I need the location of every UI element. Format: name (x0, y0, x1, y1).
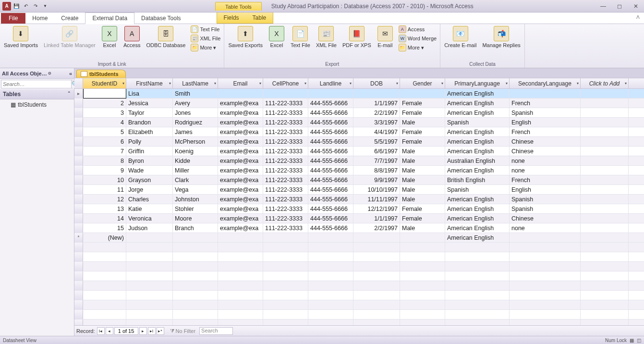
collapse-ribbon-icon[interactable]: ᐱ (634, 14, 641, 20)
cell-secondarylanguage[interactable]: French (510, 175, 581, 184)
nav-first-button[interactable]: I◂ (97, 327, 105, 335)
linked-table-manager-button[interactable]: 🔗Linked Table Manager (42, 25, 97, 49)
cell-primarylanguage[interactable]: American English (445, 108, 510, 117)
cell-firstname[interactable]: Katie (126, 204, 173, 213)
cell-cellphone[interactable]: 111-222-3333 (263, 166, 308, 175)
cell-add[interactable] (581, 185, 629, 194)
cell-secondarylanguage[interactable]: English (510, 118, 581, 127)
cell-landline[interactable]: 444-555-6666 (308, 195, 353, 204)
row-selector[interactable] (74, 166, 83, 175)
cell-primarylanguage[interactable]: American English (445, 233, 510, 242)
cell-email[interactable]: example@exa (218, 137, 263, 146)
table-row[interactable]: 15 Judson Branch example@exa 111-222-333… (74, 223, 644, 233)
cell-email[interactable]: example@exa (218, 175, 263, 184)
cell-firstname[interactable]: Taylor (126, 108, 173, 117)
cell-gender[interactable]: Male (400, 185, 445, 194)
cell-email[interactable]: example@exa (218, 166, 263, 175)
cell-dob[interactable]: 2/2/1997 (353, 223, 400, 233)
cell-lastname[interactable]: Rodriguez (173, 118, 218, 127)
cell-primarylanguage[interactable]: American English (445, 147, 510, 156)
column-header-secondarylanguage[interactable]: SecondaryLanguage▾ (510, 78, 581, 88)
minimize-button[interactable]: — (595, 1, 611, 11)
cell-secondarylanguage[interactable]: English (510, 185, 581, 194)
cell-primarylanguage[interactable]: Australian English (445, 156, 510, 165)
cell-gender[interactable]: Female (400, 214, 445, 223)
nav-group-tables[interactable]: Tables ⌃ (0, 89, 74, 99)
cell-cellphone[interactable]: 111-222-3333 (263, 98, 308, 108)
cell-landline[interactable]: 444-555-6666 (308, 166, 353, 175)
cell-firstname[interactable]: Griffin (126, 147, 173, 156)
cell-primarylanguage[interactable]: American English (445, 127, 510, 136)
cell-email[interactable]: example@exa (218, 147, 263, 156)
cell-add[interactable] (581, 214, 629, 223)
cell-lastname[interactable]: Avery (173, 98, 218, 108)
nav-header[interactable]: All Access Obje… ⊙ « (0, 68, 74, 79)
cell-email[interactable]: example@exa (218, 204, 263, 213)
row-selector[interactable] (74, 98, 83, 108)
cell-email[interactable]: example@exa (218, 108, 263, 117)
cell-landline[interactable]: 444-555-6666 (308, 127, 353, 136)
cell-lastname[interactable]: James (173, 127, 218, 136)
row-selector[interactable] (74, 108, 83, 117)
save-icon[interactable]: 💾 (12, 2, 21, 11)
cell-firstname[interactable]: Wade (126, 166, 173, 175)
cell-primarylanguage[interactable]: British English (445, 175, 510, 184)
file-tab[interactable]: File (1, 13, 25, 24)
cell-cellphone[interactable]: 111-222-3333 (263, 195, 308, 204)
column-header-primarylanguage[interactable]: PrimaryLanguage▾ (445, 78, 510, 88)
cell-firstname[interactable]: Byron (126, 156, 173, 165)
cell-studentid[interactable]: 11 (83, 185, 126, 194)
saved-imports-button[interactable]: ⬇Saved Imports (2, 25, 40, 49)
cell-firstname[interactable]: Veronica (126, 214, 173, 223)
cell-cellphone[interactable] (263, 89, 308, 98)
cell-gender[interactable]: Female (400, 137, 445, 146)
table-row[interactable]: 4 Brandon Rodriguez example@exa 111-222-… (74, 118, 644, 127)
cell-secondarylanguage[interactable]: none (510, 166, 581, 175)
cell-lastname[interactable]: Jones (173, 108, 218, 117)
cell-gender[interactable]: Male (400, 147, 445, 156)
cell-firstname[interactable]: Elizabeth (126, 127, 173, 136)
cell-secondarylanguage[interactable]: none (510, 156, 581, 165)
nav-prev-button[interactable]: ◂ (106, 327, 113, 335)
column-header-lastname[interactable]: LastName▾ (173, 78, 218, 88)
row-selector[interactable] (74, 137, 83, 146)
tab-home[interactable]: Home (25, 13, 54, 24)
record-position-input[interactable] (114, 327, 138, 335)
import-access-button[interactable]: AAccess (122, 25, 142, 49)
cell-primarylanguage[interactable]: American English (445, 214, 510, 223)
export-word-merge-button[interactable]: WWord Merge (397, 34, 438, 43)
cell-email[interactable]: example@exa (218, 98, 263, 108)
cell-gender[interactable]: Male (400, 195, 445, 204)
cell-email[interactable]: example@exa (218, 127, 263, 136)
export-text-button[interactable]: 📄Text File (289, 25, 312, 49)
nav-new-button[interactable]: ▸* (157, 327, 164, 335)
cell-cellphone[interactable]: 111-222-3333 (263, 127, 308, 136)
column-header-dob[interactable]: DOB▾ (353, 78, 400, 88)
cell-add[interactable] (581, 89, 629, 98)
cell-lastname[interactable]: Stohler (173, 204, 218, 213)
filter-dropdown-icon[interactable]: ▾ (350, 81, 352, 86)
cell-firstname[interactable]: Jessica (126, 98, 173, 108)
row-selector[interactable] (74, 195, 83, 204)
cell-secondarylanguage[interactable]: Chinese (510, 137, 581, 146)
row-selector[interactable] (74, 223, 83, 233)
import-text-file-button[interactable]: 📄Text File (189, 25, 222, 34)
cell-primarylanguage[interactable]: American English (445, 89, 510, 98)
cell-cellphone[interactable]: 111-222-3333 (263, 118, 308, 127)
cell-add[interactable] (581, 98, 629, 108)
cell-lastname[interactable]: Johnston (173, 195, 218, 204)
nav-next-button[interactable]: ▸ (139, 327, 147, 335)
export-xml-button[interactable]: 📰XML File (314, 25, 339, 49)
cell-cellphone[interactable]: 111-222-3333 (263, 156, 308, 165)
cell-add[interactable] (581, 204, 629, 213)
filter-dropdown-icon[interactable]: ▾ (259, 81, 261, 86)
cell-cellphone[interactable]: 111-222-3333 (263, 204, 308, 213)
cell-add[interactable] (581, 156, 629, 165)
table-row[interactable]: 9 Wade Miller example@exa 111-222-3333 4… (74, 166, 644, 175)
table-row[interactable]: 13 Katie Stohler example@exa 111-222-333… (74, 204, 644, 214)
cell-lastname[interactable]: Vega (173, 185, 218, 194)
manage-replies-button[interactable]: 📬Manage Replies (480, 25, 522, 49)
cell-lastname[interactable]: Clark (173, 175, 218, 184)
nav-item-tblstudents[interactable]: ▦tblStudents (0, 99, 74, 110)
column-header-click-to-add[interactable]: Click to Add▾ (581, 78, 629, 88)
